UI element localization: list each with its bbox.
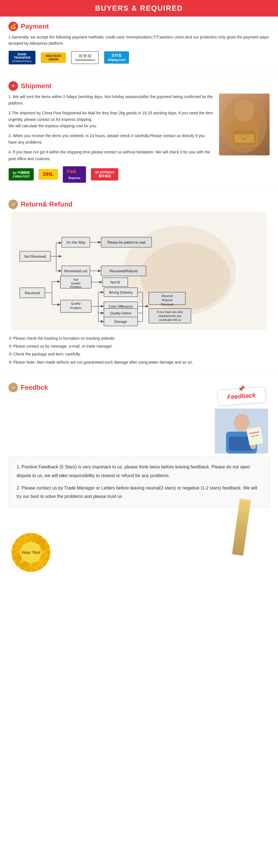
refund-heading: Return& Refund [21, 200, 72, 208]
svg-text:Please be patient to wait: Please be patient to wait [107, 241, 146, 245]
svg-text:Damage: Damage [114, 320, 127, 324]
svg-text:Received: Received [25, 291, 40, 295]
dhl-logo: DHL [38, 169, 58, 180]
refund-note-2: ② Please contact us by meesage, e-mail, … [8, 342, 270, 350]
gold-badge-area: Your Text [14, 535, 48, 569]
feedback-card: Feedback [217, 386, 266, 406]
payment-logos-row: BANKTRANSFERINTERNATIONAL WESTERNUNION (… [8, 51, 270, 65]
svg-rect-2 [233, 130, 255, 146]
svg-text:Resend: Resend [162, 294, 173, 298]
fedex-logo: FedExExpress [63, 166, 86, 183]
svg-text:Quality: Quality [71, 302, 81, 305]
feedback-heading: Feedbck [21, 383, 48, 392]
pencil-image [232, 498, 251, 556]
svg-text:Your Text: Your Text [21, 550, 41, 555]
page-header: BUYERS & REQUIRED [0, 0, 278, 17]
svg-text:📦: 📦 [242, 136, 246, 140]
svg-text:If you have any else: If you have any else [157, 310, 183, 314]
svg-text:Discount: Discount [161, 303, 174, 306]
shipment-title-row: ✈ Shipment [8, 81, 270, 91]
svg-text:Color Difference: Color Difference [109, 305, 133, 309]
svg-point-73 [234, 414, 249, 432]
refund-title-row: 🏷 Return& Refund [8, 199, 270, 209]
svg-text:Refund: Refund [162, 299, 172, 302]
shipment-icon: ✈ [8, 81, 18, 91]
svg-text:Problem: Problem [70, 306, 82, 310]
shipment-para-2: 2.The shipment by China Post Registered … [8, 110, 213, 129]
refund-section: 🏷 Return& Refund Not Received On the Way [0, 194, 278, 372]
shipment-text-column: 1. We will sent the items within 2-5days… [8, 94, 213, 186]
refund-flowchart: Not Received On the Way Please be patien… [11, 212, 267, 330]
sf-express-logo: SF EXPRESS顺丰速运 [91, 168, 118, 181]
svg-text:could also tell us: could also tell us [159, 318, 181, 321]
shipment-para-3: 3. When you receive the items you ordere… [8, 133, 213, 146]
bank-transfer-logo: BANKTRANSFERINTERNATIONAL [8, 51, 36, 65]
feedback-card-label: Feedback [227, 392, 256, 401]
payment-icon: 💰 [8, 22, 18, 31]
pencil-area [8, 499, 270, 533]
china-post-logo: 🏣 中国邮政CHINA POST [8, 168, 34, 181]
svg-point-0 [235, 99, 254, 122]
refund-notes-section: ① Please check the tracking in formation… [8, 334, 270, 366]
western-union-logo: WESTERNUNION [41, 52, 66, 63]
payment-heading: Payment [21, 23, 49, 30]
alipay-logo: 支付宝Alipay.com [104, 51, 129, 64]
shipment-para-4: 4. If you have not got it within the shi… [8, 149, 213, 162]
feedback-person-image: Feedback ★★★★★ [215, 409, 268, 454]
svg-text:Quality Defect: Quality Defect [110, 311, 131, 315]
flowchart-svg: Not Received On the Way Please be patien… [11, 212, 267, 330]
shipment-image: 📦 [219, 94, 270, 155]
svg-text:Quality: Quality [71, 282, 81, 285]
payment-section: 💰 Payment 1.Generally, we accept the fol… [0, 17, 278, 70]
feedback-para-2: 2. Please contact us by Trade Manager or… [16, 484, 262, 501]
svg-text:Wrong Delivery: Wrong Delivery [109, 290, 133, 294]
svg-rect-1 [230, 122, 258, 147]
svg-text:On the Way: On the Way [66, 240, 85, 245]
courier-logos-row: 🏣 中国邮政CHINA POST DHL FedExExpress SF EXP… [8, 166, 213, 183]
gold-badge: Your Text [14, 535, 48, 569]
shipment-section: ✈ Shipment 1. We will sent the items wit… [0, 76, 278, 189]
svg-text:Not: Not [73, 278, 78, 281]
svg-text:Problem: Problem [70, 285, 82, 288]
feedback-layout: 🏷 Feedbck Feedback Feedback ★★★★★ [8, 383, 270, 454]
refund-icon: 🏷 [8, 199, 18, 209]
shipment-heading: Shipment [21, 82, 51, 90]
svg-text:Not Received: Not Received [24, 254, 46, 258]
feedback-left-column: 🏷 Feedbck [8, 383, 208, 395]
shipment-person-image: 📦 [219, 94, 270, 155]
shipment-para-1: 1. We will sent the items within 2-5days… [8, 94, 213, 106]
shipment-layout: 1. We will sent the items within 2-5days… [8, 94, 270, 186]
refund-note-4: ④ Please Note: Men made defects are not … [8, 358, 270, 366]
refund-note-3: ③ Check the package and Item, carefully. [8, 350, 270, 358]
feedback-right-column: Feedback Feedback ★★★★★ [213, 383, 270, 454]
svg-rect-3 [235, 134, 254, 143]
payment-title-row: 💰 Payment [8, 22, 270, 31]
feedback-icon: 🏷 [8, 383, 18, 392]
page-title: BUYERS & REQUIRED [0, 4, 278, 13]
feedback-section: 🏷 Feedbck Feedback Feedback ★★★★★ [0, 378, 278, 573]
svg-text:Not fit: Not fit [110, 280, 120, 284]
svg-text:Received/Refund: Received/Refund [109, 269, 138, 273]
payment-description: 1.Generally, we accept the following pay… [8, 34, 270, 46]
svg-text:requirements you: requirements you [159, 314, 181, 317]
refund-notes-list: ① Please check the tracking in formation… [8, 334, 270, 366]
feedback-title-row: 🏷 Feedbck [8, 383, 208, 392]
refund-note-1: ① Please check the tracking in formation… [8, 334, 270, 342]
svg-text:Received/Lost: Received/Lost [64, 269, 88, 273]
feedback-para-1: 1. Positive Feedback (5 Stars) is very i… [16, 463, 262, 480]
moneybookers-logo: ((( ◎ )))moneybookers [71, 51, 99, 64]
